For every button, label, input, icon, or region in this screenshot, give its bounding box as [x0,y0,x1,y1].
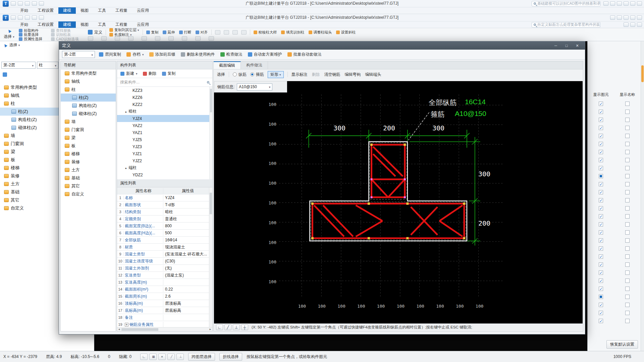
snap-settings-icon[interactable] [149,354,157,360]
dialog-toolbar-button[interactable]: 删除未使用构件 [181,52,215,57]
component-item[interactable]: YAZ1 [117,129,212,136]
menu-tab[interactable]: 视图 [76,7,93,14]
component-item[interactable]: YDZ2 [117,171,212,178]
component-item[interactable]: YJZ1 [117,150,212,157]
save-icon[interactable] [11,1,16,6]
show-element-checkbox[interactable] [599,222,603,227]
dialog-titlebar[interactable]: 定义 [59,42,585,50]
dialog-floor-select[interactable]: 第-2层 [62,51,95,58]
dialog-minimize-icon[interactable] [551,43,560,49]
property-row[interactable]: 2 截面形状 T-d形 [117,201,212,208]
component-item[interactable]: KZZ3 [117,87,212,94]
show-element-checkbox[interactable] [599,150,603,154]
menu-tab[interactable]: 工程量 [111,21,132,28]
tree-item[interactable]: 门窗洞 [61,126,116,134]
show-element-checkbox[interactable] [599,158,603,162]
property-row[interactable]: 6 截面高度(H边)(... 500 [117,230,212,237]
dialog-toolbar-button[interactable]: 自动套方案维护 [248,52,282,57]
ortho-mode-icon[interactable] [140,354,148,360]
property-row[interactable]: 1 名称 YJZ4 [117,194,212,201]
show-name-checkbox[interactable] [625,190,630,194]
show-element-checkbox[interactable] [599,166,603,170]
scrollbar-thumb[interactable] [121,328,158,331]
property-row[interactable]: 10 混凝土强度等级 (C30) [117,258,212,265]
ribbon-tool-icon[interactable] [142,36,147,41]
show-element-checkbox[interactable] [599,110,603,114]
show-element-checkbox[interactable] [599,230,603,235]
minimize-icon[interactable] [630,1,635,6]
show-name-checkbox[interactable] [625,166,630,170]
property-row[interactable]: 19 钢筋业务属性 [117,321,212,327]
menu-tab[interactable]: 建模 [58,21,76,28]
draw-circle-icon[interactable] [241,30,247,35]
property-row[interactable]: 4 定额类别 普通柱 [117,216,212,223]
component-item[interactable]: YJZ5 [117,136,212,143]
show-name-checkbox[interactable] [625,206,630,210]
dialog-toolbar-button[interactable]: 检查做法 [220,52,243,57]
ribbon-tool-icon[interactable] [88,36,93,41]
show-name-checkbox[interactable] [625,246,630,251]
ribbon-tool-icon[interactable] [195,36,201,41]
dialog-toolbar-button[interactable]: 存档 [126,52,144,57]
bell-icon[interactable] [624,22,629,27]
show-element-checkbox[interactable] [599,126,603,130]
property-value[interactable]: 普通柱 [163,216,212,222]
tree-item[interactable]: 柱 [61,85,116,94]
print-icon[interactable] [39,15,44,20]
show-element-checkbox[interactable] [599,190,603,194]
show-element-checkbox[interactable] [599,270,603,275]
show-element-checkbox[interactable] [599,174,603,178]
ribbon-button[interactable]: 对齐 [196,30,208,34]
component-toolbar-button[interactable]: 新建 [120,71,138,76]
perpendicular-tool-icon[interactable] [233,324,240,330]
section-toolbar-button[interactable]: 编辑端头 [365,72,381,77]
property-row[interactable]: 9 混凝土类型 (泵送混凝土 碎石最大... [117,251,212,258]
property-table-scrollbar[interactable] [209,187,212,327]
tree-item[interactable]: 常用构件类型 [61,69,116,77]
tree-item[interactable]: 土方 [61,166,116,174]
menu-tab[interactable]: 开始 [15,7,33,14]
property-value[interactable]: 暗柱 [163,209,212,215]
property-value[interactable]: 16Φ14 [163,238,212,242]
rebar-info-select[interactable]: A10@150 [237,83,272,90]
origin-tool-icon[interactable] [216,324,223,330]
tree-item[interactable]: 自定义 [61,190,116,198]
open-icon[interactable] [18,15,23,20]
property-value[interactable]: 2.6 [163,294,212,299]
show-element-checkbox[interactable] [599,214,603,219]
expand-icon[interactable] [125,323,128,326]
tree-item[interactable]: 墙 [61,118,116,126]
bell-icon[interactable] [617,15,622,20]
draw-arc-icon[interactable] [232,30,238,35]
component-item[interactable]: KZZ6 [117,94,212,101]
component-list-scrollbar[interactable] [209,87,212,179]
dialog-close-icon[interactable] [573,43,582,49]
tree-item[interactable]: 板 [61,142,116,150]
vertical-scrollbar[interactable] [641,41,644,351]
show-element-checkbox[interactable] [599,142,603,146]
tree-item[interactable]: 装修 [61,158,116,166]
property-value[interactable]: (无) [163,265,212,271]
show-element-checkbox[interactable] [599,279,603,283]
close-icon[interactable] [637,1,642,6]
perpendicular-mode-icon[interactable] [176,354,184,360]
show-name-checkbox[interactable] [625,319,630,323]
menu-tab[interactable]: 云应用 [132,21,154,28]
dialog-toolbar-button[interactable]: 批量自动套做法 [287,52,322,57]
property-value[interactable]: (C30) [163,259,212,263]
property-value[interactable]: YJZ4 [163,195,212,200]
close-icon[interactable] [637,15,642,20]
section-toolbar-button[interactable]: 显示标注 [291,72,308,77]
help-icon[interactable] [624,1,629,6]
menu-tab[interactable]: 工程设置 [33,21,58,28]
close-icon[interactable] [637,22,642,27]
menu-tab[interactable]: 云应用 [132,7,154,14]
scroll-right-icon[interactable] [209,328,212,331]
minimize-icon[interactable] [624,15,629,20]
pushpin-icon[interactable] [3,72,7,77]
undo-icon[interactable] [25,1,30,6]
show-element-checkbox[interactable] [599,254,603,259]
polyline-select-button[interactable]: 折线选择 [219,353,242,361]
component-item[interactable]: YJZ3 [117,143,212,150]
property-row[interactable]: 11 混凝土外加剂 (无) [117,265,212,272]
